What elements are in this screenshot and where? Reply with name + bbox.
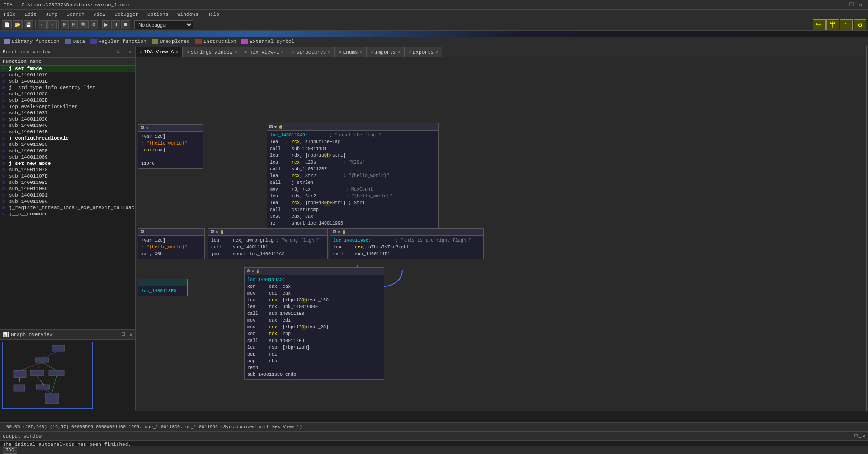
tab-label-6: Exports [413, 50, 434, 55]
graph-float-btn[interactable]: □ [122, 332, 125, 337]
func-item-18[interactable]: ⊙sub_140011082 [0, 179, 135, 186]
menu-search[interactable]: Search [65, 12, 86, 17]
tab-strings-window[interactable]: ⊙Strings window✕ [182, 47, 241, 57]
toolbar-btn-4[interactable]: ⚙ [90, 20, 98, 29]
graph-canvas[interactable]: 🖼 ⚙ +var_12C] ; "{hello_world}" [rcx+rax… [136, 57, 866, 411]
tab-close-3[interactable]: ✕ [328, 50, 330, 55]
func-item-19[interactable]: ⊙sub_14001108C [0, 186, 135, 192]
close-button[interactable]: ✕ [857, 1, 864, 9]
tab-enums[interactable]: ⊙Enums✕ [335, 47, 366, 57]
minimize-button[interactable]: — [839, 1, 846, 9]
block-icon-lm: 🖼 [140, 230, 144, 234]
sidebar-min-btn[interactable]: _ [122, 49, 127, 55]
graph-close-btn[interactable]: ✕ [129, 332, 132, 337]
svg-line-15 [44, 389, 52, 393]
func-item-6[interactable]: ⊙TopLevelExceptionFilter [0, 103, 135, 110]
func-icon-14: ⊙ [2, 154, 5, 160]
graph-min-btn[interactable]: _ [126, 332, 129, 337]
func-item-2[interactable]: ⊙sub_14001101E [0, 78, 135, 84]
func-label-7: sub_140011037 [9, 110, 48, 116]
func-item-17[interactable]: ⊙sub_14001107D [0, 173, 135, 179]
menubar: FileEditJumpSearchViewDebuggerOptionsWin… [0, 10, 868, 19]
function-name-header: Function name [3, 59, 42, 64]
block-header-exit: 🖼 ⚙ 🔒 [245, 268, 384, 275]
tab-hex-view-1[interactable]: ⊙Hex View-1✕ [241, 47, 288, 57]
tab-close-0[interactable]: ✕ [175, 49, 178, 55]
toolbar-btn-3[interactable]: 🔍 [79, 20, 89, 29]
tab-imports[interactable]: ⊙Imports✕ [367, 47, 405, 57]
func-item-23[interactable]: ⊙j__p__commode [0, 211, 135, 217]
func-item-3[interactable]: ⊙j__std_type_info_destroy_list [0, 84, 135, 91]
graph-overview-canvas[interactable] [0, 340, 135, 411]
legend-data-label: Data [73, 39, 85, 44]
func-item-9[interactable]: ⊙sub_140011046 [0, 122, 135, 129]
toolbar-debug-stop[interactable]: ⏹ [121, 20, 130, 29]
func-item-12[interactable]: ⊙sub_140011055 [0, 141, 135, 148]
maximize-button[interactable]: □ [848, 1, 855, 9]
tab-label-3: Structures [296, 50, 326, 55]
tab-icon-2: ⊙ [245, 50, 247, 55]
func-item-15[interactable]: ⊙j_set_new_mode [0, 160, 135, 167]
toolbar-save[interactable]: 💾 [24, 20, 33, 29]
menu-file[interactable]: File [2, 12, 17, 17]
toolbar-btn-2[interactable]: ⊟ [70, 20, 78, 29]
toolbar-debug-run[interactable]: ▶ [102, 20, 110, 29]
func-item-10[interactable]: ⊙sub_14001104B [0, 129, 135, 135]
svg-rect-5 [49, 370, 64, 376]
block-icon-w2: ⚙ [216, 230, 218, 234]
toolbar-new[interactable]: 📄 [2, 20, 12, 29]
menu-jump[interactable]: Jump [44, 12, 59, 17]
func-item-20[interactable]: ⊙sub_140011091 [0, 192, 135, 198]
function-list[interactable]: ⊙j_set_fmode⊙sub_140011019⊙sub_14001101E… [0, 66, 135, 329]
separator-1 [35, 20, 36, 29]
cn-btn-1[interactable]: 中 [813, 19, 826, 30]
sidebar-close-btn[interactable]: ✕ [127, 49, 132, 55]
debugger-select[interactable]: No debugger [134, 20, 193, 29]
menu-options[interactable]: Options [146, 12, 170, 17]
tab-close-1[interactable]: ✕ [234, 50, 237, 55]
tab-close-5[interactable]: ✕ [397, 50, 400, 55]
func-item-0[interactable]: ⊙j_set_fmode [0, 66, 135, 72]
tab-close-6[interactable]: ✕ [435, 50, 438, 55]
tab-close-4[interactable]: ✕ [360, 50, 363, 55]
toolbar-debug-pause[interactable]: ⏸ [111, 20, 120, 29]
code-block-leftmid: 🖼 +var_12C] ; "{hello_world}" ax], 30h [138, 228, 205, 259]
func-item-21[interactable]: ⊙sub_140011096 [0, 198, 135, 205]
block-body-exit: loc_1400119A2: xor eax, eax mov edi, eax… [245, 275, 384, 379]
menu-help[interactable]: Help [205, 12, 221, 17]
toolbar-back[interactable]: ← [38, 20, 47, 29]
tab-structures[interactable]: ⊙Structures✕ [288, 47, 335, 57]
sidebar-float-btn[interactable]: □ [116, 49, 121, 55]
func-item-13[interactable]: ⊙sub_14001105F [0, 148, 135, 154]
func-item-11[interactable]: ⊙j_configthreadlocale [0, 135, 135, 141]
func-item-1[interactable]: ⊙sub_140011019 [0, 72, 135, 78]
func-item-8[interactable]: ⊙sub_14001103C [0, 116, 135, 122]
cn-btn-3[interactable]: ° [840, 19, 853, 30]
menu-view[interactable]: View [92, 12, 107, 17]
func-label-2: sub_14001101E [9, 79, 48, 84]
func-item-7[interactable]: ⊙sub_140011037 [0, 110, 135, 116]
legend-external-label: External symbol [250, 39, 294, 44]
toolbar-forward[interactable]: → [47, 20, 57, 29]
cn-btn-2[interactable]: 半 [826, 19, 839, 30]
menu-edit[interactable]: Edit [23, 12, 38, 17]
tab-exports[interactable]: ⊙Exports✕ [404, 47, 442, 57]
func-item-5[interactable]: ⊙sub_14001102D [0, 97, 135, 103]
menu-debugger[interactable]: Debugger [113, 12, 140, 17]
func-label-11: j_configthreadlocale [9, 136, 69, 141]
cn-btn-4[interactable]: ⚙ [854, 19, 866, 30]
toolbar-btn-1[interactable]: ⊞ [61, 20, 69, 29]
separator-3 [100, 20, 100, 29]
tab-close-2[interactable]: ✕ [281, 50, 284, 55]
block-header-f8 [138, 279, 187, 286]
menu-windows[interactable]: Windows [175, 12, 200, 17]
tab-ida-view-a[interactable]: ⊙IDA View-A✕ [136, 47, 182, 57]
legend-unexplored: Unexplored [152, 39, 190, 44]
func-item-4[interactable]: ⊙sub_140011028 [0, 91, 135, 97]
func-item-22[interactable]: ⊙j_register_thread_local_exe_atexit_call… [0, 205, 135, 211]
func-item-14[interactable]: ⊙sub_140011069 [0, 154, 135, 160]
func-item-16[interactable]: ⊙sub_140011078 [0, 167, 135, 173]
toolbar-open[interactable]: 📂 [13, 20, 23, 29]
func-label-15: j_set_new_mode [9, 161, 51, 166]
legend-external: External symbol [241, 39, 294, 44]
